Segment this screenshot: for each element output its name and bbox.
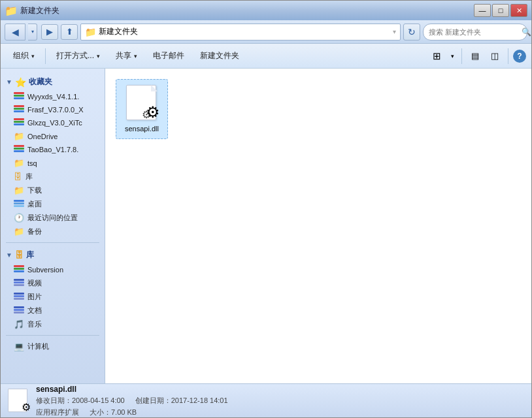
sidebar-item-computer[interactable]: 💻 计算机	[1, 340, 105, 353]
email-button[interactable]: 电子邮件	[146, 47, 191, 65]
sidebar-item-backup[interactable]: 📁 备份	[1, 225, 105, 238]
sidebar-item-download[interactable]: 📁 下载	[1, 184, 105, 197]
status-details: 修改日期：2008-04-15 4:00 创建日期：2017-12-18 14:…	[36, 396, 228, 406]
file-sensapi-dll[interactable]: ⚙ ⚙ sensapi.dll	[116, 79, 168, 139]
sidebar-item-label: 音乐	[27, 319, 42, 329]
dll-file-icon: ⚙ ⚙	[124, 85, 160, 121]
path-dropdown-arrow[interactable]: ▾	[393, 28, 396, 35]
up-button[interactable]: ⬆	[61, 24, 78, 40]
forward-button[interactable]: ▶	[41, 24, 58, 40]
sidebar-item-wyyxds[interactable]: Wyyxds_V4.1.1.	[1, 90, 105, 103]
sidebar-divider	[6, 242, 99, 243]
video-icon	[14, 279, 24, 288]
close-button[interactable]: ✕	[510, 4, 527, 17]
download-icon: 📁	[14, 185, 24, 195]
status-size: 大小：7.00 KB	[90, 408, 137, 417]
backup-icon: 📁	[14, 227, 24, 236]
refresh-button[interactable]: ↻	[403, 24, 420, 40]
file-name-label: sensapi.dll	[125, 124, 159, 133]
toolbar-separator-1	[45, 48, 46, 64]
sidebar-item-label: TaoBao_V1.7.8.	[27, 146, 78, 153]
desktop-icon	[14, 200, 24, 209]
search-icon: 🔍	[522, 27, 531, 37]
status-filename: sensapi.dll	[36, 385, 228, 394]
sidebar-item-label: 计算机	[27, 342, 49, 351]
wyyxds-icon	[14, 92, 24, 101]
computer-icon: 💻	[14, 342, 24, 351]
sidebar-item-frasf[interactable]: Frasf_V3.7.0.0_X	[1, 103, 105, 116]
open-with-button[interactable]: 打开方式... ▾	[49, 47, 107, 65]
onedrive-icon: 📁	[14, 131, 24, 141]
sidebar-item-onedrive[interactable]: 📁 OneDrive	[1, 129, 105, 143]
sidebar: ▼ ⭐ 收藏夹 Wyyxds_V4.1.1. Frasf_V3.7.0.0	[1, 69, 105, 383]
sidebar-item-label: Wyyxds_V4.1.1.	[27, 93, 79, 101]
details-pane-button[interactable]: ▤	[467, 48, 484, 65]
toolbar: 组织 ▾ 打开方式... ▾ 共享 ▾ 电子邮件 新建文件夹 ⊞ ▾ ▤ ◫ ?	[1, 44, 531, 69]
favorites-arrow: ▼	[6, 78, 12, 86]
status-modified: 修改日期：2008-04-15 4:00	[36, 396, 125, 406]
documents-icon	[14, 306, 24, 315]
minimize-button[interactable]: —	[474, 4, 491, 17]
status-file-icon: ⚙	[6, 389, 31, 413]
sidebar-item-tsq[interactable]: 📁 tsq	[1, 156, 105, 170]
sidebar-item-label: Glxzq_V3.0_XiTc	[27, 119, 82, 127]
sidebar-item-glxzq[interactable]: Glxzq_V3.0_XiTc	[1, 116, 105, 129]
sidebar-item-label: 图片	[27, 292, 42, 302]
sidebar-item-label: Subversion	[27, 266, 63, 274]
sidebar-item-pictures[interactable]: 图片	[1, 290, 105, 304]
sidebar-item-label: Frasf_V3.7.0.0_X	[27, 106, 84, 114]
new-folder-button[interactable]: 新建文件夹	[193, 47, 246, 65]
back-button[interactable]: ◀	[5, 24, 25, 40]
sidebar-item-music[interactable]: 🎵 音乐	[1, 317, 105, 331]
sidebar-item-label: 备份	[27, 227, 42, 236]
libraries-arrow: ▼	[6, 251, 12, 259]
ku-icon: 🗄	[14, 172, 22, 182]
libraries-folder-icon: 🗄	[15, 250, 24, 260]
view-large-icon-button[interactable]: ⊞	[428, 48, 445, 65]
sidebar-item-label: 库	[25, 172, 33, 182]
sidebar-item-subversion[interactable]: Subversion	[1, 263, 105, 276]
search-input[interactable]	[429, 28, 519, 36]
favorites-header[interactable]: ▼ ⭐ 收藏夹	[1, 74, 105, 90]
back-dropdown[interactable]: ▾	[28, 24, 37, 40]
help-button[interactable]: ?	[513, 50, 526, 63]
libraries-label: 库	[26, 249, 34, 261]
main-area: ▼ ⭐ 收藏夹 Wyyxds_V4.1.1. Frasf_V3.7.0.0	[1, 69, 531, 383]
path-folder-icon: 📁	[85, 27, 96, 37]
content-area[interactable]: ⚙ ⚙ sensapi.dll	[105, 69, 531, 383]
preview-pane-button[interactable]: ◫	[486, 48, 503, 65]
maximize-button[interactable]: □	[492, 4, 509, 17]
window: 📁 新建文件夹 — □ ✕ ◀ ▾ ▶ ⬆ 📁 新建文件夹 ▾ ↻ 🔍 组织 ▾	[0, 0, 532, 418]
window-controls: — □ ✕	[474, 4, 527, 17]
share-button[interactable]: 共享 ▾	[108, 47, 144, 65]
sidebar-item-recent[interactable]: 🕐 最近访问的位置	[1, 211, 105, 225]
address-path[interactable]: 📁 新建文件夹 ▾	[80, 24, 401, 40]
sidebar-divider-2	[6, 335, 99, 336]
music-icon: 🎵	[14, 319, 24, 329]
sidebar-item-label: 最近访问的位置	[27, 213, 78, 223]
pictures-icon	[14, 293, 24, 302]
search-box[interactable]: 🔍	[423, 24, 527, 40]
sidebar-item-ku[interactable]: 🗄 库	[1, 170, 105, 184]
view-dropdown-button[interactable]: ▾	[448, 48, 457, 65]
recent-icon: 🕐	[14, 213, 24, 223]
sidebar-item-taobao[interactable]: TaoBao_V1.7.8.	[1, 143, 105, 156]
window-title: 新建文件夹	[20, 5, 59, 16]
glxzq-icon	[14, 118, 24, 127]
status-gears-icon: ⚙	[22, 401, 31, 413]
libraries-header[interactable]: ▼ 🗄 库	[1, 247, 105, 263]
address-path-text: 新建文件夹	[99, 26, 138, 37]
status-type: 应用程序扩展	[36, 408, 79, 417]
title-bar-left: 📁 新建文件夹	[5, 5, 59, 17]
sidebar-item-desktop[interactable]: 桌面	[1, 197, 105, 211]
subversion-icon	[14, 265, 24, 274]
toolbar-separator-2	[461, 48, 462, 64]
frasf-icon	[14, 105, 24, 114]
sidebar-item-video[interactable]: 视频	[1, 276, 105, 290]
sidebar-item-label: tsq	[27, 159, 37, 167]
toolbar-right: ⊞ ▾ ▤ ◫ ?	[428, 48, 526, 65]
organize-button[interactable]: 组织 ▾	[6, 47, 42, 65]
status-bar: ⚙ sensapi.dll 修改日期：2008-04-15 4:00 创建日期：…	[1, 383, 531, 417]
sidebar-item-documents[interactable]: 文档	[1, 304, 105, 317]
tsq-icon: 📁	[14, 158, 24, 168]
